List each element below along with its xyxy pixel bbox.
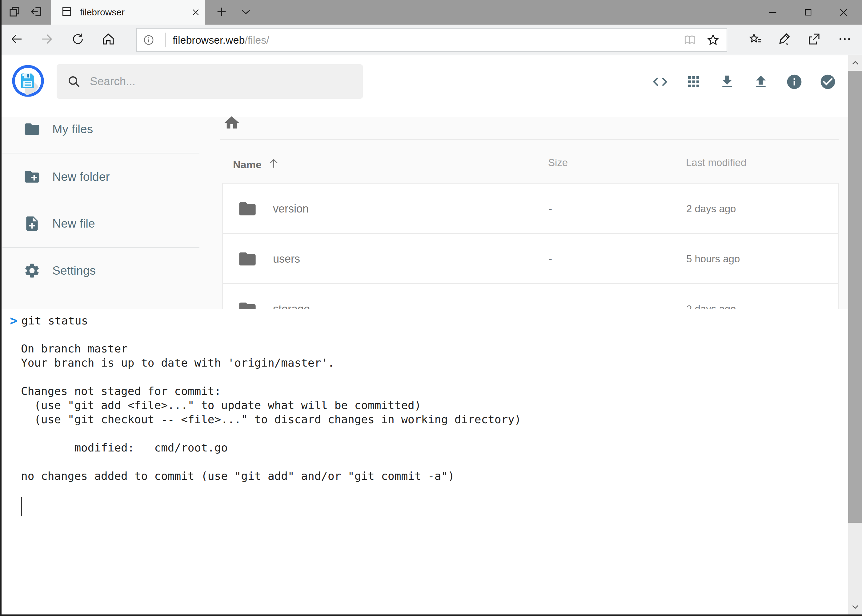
prompt-chevron-icon: > [10, 313, 17, 328]
upload-icon [752, 74, 769, 90]
select-multiple-button[interactable] [815, 69, 841, 95]
back-button[interactable] [2, 25, 31, 55]
tab-bar: filebrowser [0, 0, 862, 25]
sidebar-item-new-file[interactable]: New file [0, 210, 203, 237]
terminal-panel[interactable]: > git status On branch master Your branc… [0, 309, 862, 616]
tab-list-chevron-icon [240, 5, 252, 19]
set-tabs-aside-button[interactable] [27, 0, 46, 25]
favorite-star-button[interactable] [701, 28, 725, 51]
forward-icon [39, 32, 54, 48]
site-info-icon[interactable] [137, 28, 160, 51]
download-icon [719, 74, 736, 90]
folder-icon [238, 249, 257, 269]
web-notes-button[interactable] [772, 25, 797, 55]
info-button[interactable] [782, 69, 807, 95]
browser-toolbar: filebrowser.web/files/ [0, 25, 862, 55]
column-header-label: Size [548, 157, 568, 168]
sidebar-item-label: New folder [52, 170, 110, 184]
settings-gear-icon [24, 262, 41, 279]
home-icon [223, 114, 240, 131]
new-folder-icon [24, 168, 41, 185]
share-button[interactable] [802, 25, 826, 55]
web-notes-pen-icon [777, 32, 792, 48]
tab-preview-button[interactable] [6, 0, 24, 25]
file-modified: 2 days ago [686, 203, 736, 215]
scroll-down-button[interactable] [848, 599, 862, 614]
tab-close-button[interactable] [186, 0, 205, 25]
share-icon [807, 32, 821, 48]
chevron-up-icon [851, 58, 860, 68]
home-icon [101, 32, 116, 48]
url-text: filebrowser.web/files/ [173, 34, 269, 46]
browser-tab[interactable]: filebrowser [51, 0, 205, 25]
folder-icon [238, 199, 257, 218]
file-row-version[interactable]: version - 2 days ago [223, 184, 838, 234]
file-name: users [273, 253, 300, 266]
new-tab-button[interactable] [212, 0, 232, 25]
upload-button[interactable] [748, 69, 774, 95]
terminal-output: On branch master Your branch is up to da… [21, 342, 521, 483]
set-tabs-aside-icon [30, 5, 43, 20]
column-header-label: Last modified [686, 157, 746, 168]
column-header-modified[interactable]: Last modified [686, 157, 746, 168]
column-header-size[interactable]: Size [548, 157, 568, 168]
filebrowser-logo [12, 65, 44, 97]
column-header-name[interactable]: Name [233, 157, 280, 172]
file-size: - [549, 253, 552, 265]
scrollbar-thumb[interactable] [848, 71, 862, 523]
tab-title: filebrowser [80, 7, 186, 17]
sidebar-item-new-folder[interactable]: New folder [0, 163, 203, 190]
maximize-button[interactable] [790, 0, 826, 25]
new-file-icon [24, 215, 41, 232]
url-host: filebrowser.web [173, 34, 245, 46]
breadcrumb-divider [220, 139, 839, 140]
address-bar[interactable]: filebrowser.web/files/ [136, 28, 727, 52]
file-name: version [273, 202, 309, 215]
search-bar[interactable] [57, 64, 363, 99]
hub-button[interactable] [743, 25, 768, 55]
sidebar-item-label: Settings [52, 264, 96, 277]
folder-icon [24, 121, 41, 138]
sidebar-divider [2, 247, 199, 248]
minimize-button[interactable] [755, 0, 790, 25]
terminal-command: git status [21, 314, 88, 327]
home-button[interactable] [94, 25, 123, 55]
refresh-button[interactable] [64, 25, 92, 55]
search-input[interactable] [90, 75, 342, 88]
url-path: /files/ [245, 34, 269, 46]
file-row-users[interactable]: users - 5 hours ago [223, 234, 838, 284]
close-window-button[interactable] [826, 0, 861, 25]
reading-view-button[interactable] [678, 28, 701, 51]
file-size: - [549, 203, 552, 215]
address-bar-separator [165, 33, 166, 47]
page-scrollbar[interactable] [848, 55, 862, 616]
sidebar-item-settings[interactable]: Settings [0, 257, 203, 284]
file-modified: 5 hours ago [686, 253, 740, 265]
forward-button[interactable] [33, 25, 61, 55]
search-icon [66, 74, 81, 89]
terminal-command-line: > git status [10, 312, 88, 329]
settings-more-button[interactable] [832, 25, 857, 55]
tab-page-icon [61, 6, 72, 19]
tab-preview-icon [8, 5, 21, 19]
code-icon [651, 73, 669, 90]
hub-favorites-icon [748, 32, 763, 48]
download-button[interactable] [714, 69, 740, 95]
info-icon [786, 73, 803, 90]
arrow-up-icon [267, 157, 280, 172]
sidebar-item-my-files[interactable]: My files [0, 116, 203, 143]
scroll-up-button[interactable] [848, 55, 862, 71]
grid-view-button[interactable] [681, 69, 707, 95]
tab-list-button[interactable] [235, 0, 257, 25]
more-dots-icon [837, 32, 852, 48]
sidebar-divider [2, 153, 199, 154]
refresh-icon [71, 32, 85, 47]
terminal-cursor [21, 497, 22, 516]
sidebar-item-label: New file [52, 217, 95, 230]
check-circle-icon [819, 73, 837, 90]
raw-code-button[interactable] [647, 69, 673, 95]
grid-view-icon [686, 74, 702, 90]
breadcrumb-home-button[interactable] [222, 113, 241, 132]
back-icon [9, 32, 24, 48]
chevron-down-icon [851, 602, 860, 611]
